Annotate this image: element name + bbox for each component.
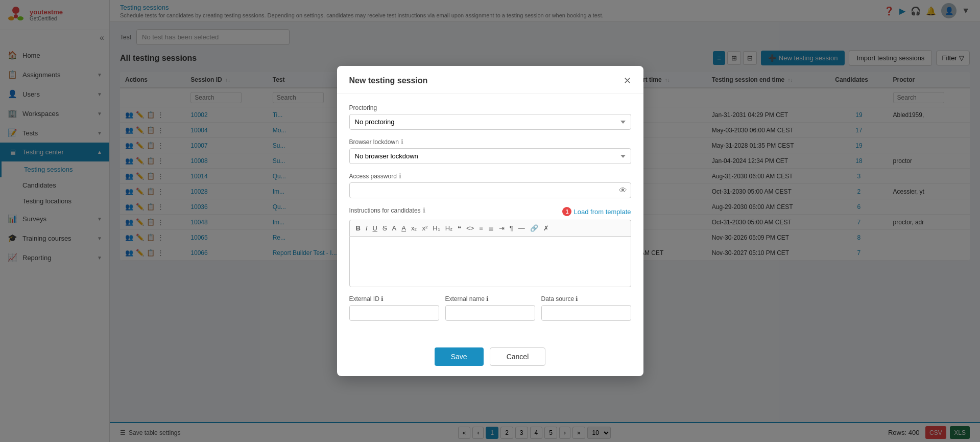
external-id-group: External ID ℹ [349, 295, 439, 321]
external-id-info-icon[interactable]: ℹ [381, 295, 384, 303]
quote-button[interactable]: ❝ [456, 223, 463, 233]
browser-lockdown-info-icon[interactable]: ℹ [401, 138, 403, 146]
load-from-template-button[interactable]: 1 Load from template [562, 207, 631, 216]
data-source-label: Data source ℹ [541, 295, 631, 303]
font-color-button[interactable]: A [390, 223, 399, 233]
instructions-editor[interactable] [349, 236, 631, 287]
ul-button[interactable]: ≡ [477, 223, 485, 233]
external-name-info-icon[interactable]: ℹ [486, 295, 489, 303]
proctoring-label: Proctoring [349, 104, 631, 111]
modal-header: New testing session ✕ [337, 66, 643, 94]
clear-format-button[interactable]: ✗ [541, 223, 551, 233]
superscript-button[interactable]: x² [420, 223, 429, 233]
strikethrough-button[interactable]: S [380, 223, 389, 233]
external-name-label: External name ℹ [445, 295, 535, 303]
data-source-input[interactable] [541, 305, 631, 321]
modal-body: Proctoring No proctoring Online proctori… [337, 94, 643, 339]
external-fields-row: External ID ℹ External name ℹ Data sourc… [349, 295, 631, 321]
access-password-input[interactable] [349, 182, 631, 198]
data-source-group: Data source ℹ [541, 295, 631, 321]
h1-button[interactable]: H₁ [431, 223, 442, 233]
access-password-info-icon[interactable]: ℹ [399, 172, 401, 180]
modal-title: New testing session [349, 76, 428, 85]
external-id-input[interactable] [349, 305, 439, 321]
proctoring-group: Proctoring No proctoring Online proctori… [349, 104, 631, 130]
modal-overlay[interactable]: New testing session ✕ Proctoring No proc… [0, 0, 980, 442]
password-visibility-toggle[interactable]: 👁 [619, 186, 627, 195]
editor-toolbar: B I U S A A x₂ x² H₁ H₂ ❝ <> ≡ ≣ ⇥ ¶ — [349, 220, 631, 236]
access-password-group: Access password ℹ 👁 [349, 172, 631, 198]
h2-button[interactable]: H₂ [443, 223, 455, 233]
highlight-button[interactable]: A [399, 223, 408, 233]
ol-button[interactable]: ≣ [486, 223, 496, 233]
template-badge: 1 [562, 207, 571, 216]
external-name-input[interactable] [445, 305, 535, 321]
indent-button[interactable]: ⇥ [497, 223, 507, 233]
subscript-button[interactable]: x₂ [409, 223, 419, 233]
paragraph-button[interactable]: ¶ [508, 223, 515, 233]
instructions-section: Instructions for candidates ℹ 1 Load fro… [349, 206, 631, 287]
link-button[interactable]: 🔗 [528, 223, 540, 233]
modal-save-button[interactable]: Save [435, 347, 484, 366]
data-source-info-icon[interactable]: ℹ [576, 295, 578, 303]
external-id-label: External ID ℹ [349, 295, 439, 303]
browser-lockdown-label: Browser lockdown ℹ [349, 138, 631, 146]
modal-cancel-button[interactable]: Cancel [490, 347, 546, 366]
proctoring-select[interactable]: No proctoring Online proctoring In-perso… [349, 114, 631, 130]
instructions-info-icon[interactable]: ℹ [423, 206, 425, 214]
instructions-label-row: Instructions for candidates ℹ 1 Load fro… [349, 206, 631, 217]
access-password-input-wrapper: 👁 [349, 182, 631, 198]
new-testing-session-modal: New testing session ✕ Proctoring No proc… [337, 66, 643, 376]
browser-lockdown-select[interactable]: No browser lockdown Enabled [349, 148, 631, 164]
hr-button[interactable]: — [516, 223, 527, 233]
underline-button[interactable]: U [371, 223, 379, 233]
modal-close-button[interactable]: ✕ [624, 75, 631, 86]
modal-footer: Save Cancel [337, 339, 643, 376]
bold-button[interactable]: B [354, 223, 363, 233]
external-name-group: External name ℹ [445, 295, 535, 321]
instructions-label: Instructions for candidates ℹ [349, 206, 425, 214]
access-password-label: Access password ℹ [349, 172, 631, 180]
browser-lockdown-group: Browser lockdown ℹ No browser lockdown E… [349, 138, 631, 164]
code-button[interactable]: <> [464, 223, 476, 233]
italic-button[interactable]: I [364, 223, 370, 233]
